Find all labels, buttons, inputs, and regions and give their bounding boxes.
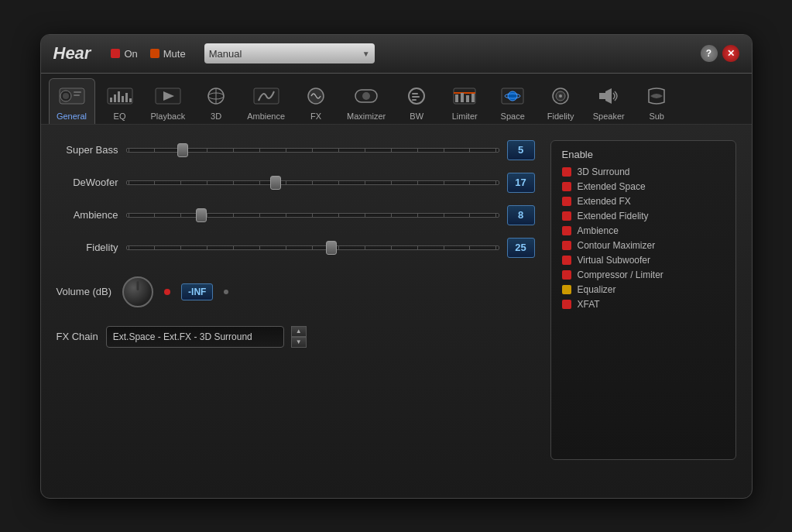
svg-rect-30 xyxy=(471,94,475,102)
super-bass-label: Super Bass xyxy=(57,144,118,156)
tab-fidelity-label: Fidelity xyxy=(547,112,574,121)
tick xyxy=(469,214,470,217)
volume-red-dot xyxy=(164,289,170,295)
tab-general-label: General xyxy=(57,112,87,121)
tick xyxy=(259,181,260,184)
tick xyxy=(444,214,444,217)
tick xyxy=(391,246,392,249)
enable-extended-space[interactable]: Extended Space xyxy=(562,181,725,192)
tick xyxy=(365,214,365,217)
super-bass-thumb[interactable] xyxy=(177,143,188,157)
tick xyxy=(495,246,496,249)
dewoofer-slider[interactable] xyxy=(126,175,499,190)
dewoofer-row: DeWoofer xyxy=(57,173,535,193)
tick xyxy=(180,246,181,249)
enable-ambience[interactable]: Ambience xyxy=(562,225,725,236)
tick xyxy=(444,149,444,152)
tick xyxy=(233,149,234,152)
fxchain-up-button[interactable]: ▲ xyxy=(291,326,307,337)
tab-limiter[interactable]: Limiter xyxy=(441,79,488,124)
tick xyxy=(259,246,260,249)
enable-equalizer[interactable]: Equalizer xyxy=(562,284,725,295)
content-area: Super Bass xyxy=(41,125,752,475)
app-title: Hear xyxy=(53,43,91,63)
svg-rect-10 xyxy=(125,93,128,102)
close-button[interactable]: ✕ xyxy=(722,45,739,62)
fidelity-value: 25 xyxy=(507,238,535,258)
tick xyxy=(469,246,470,249)
preset-dropdown[interactable]: Manual ▼ xyxy=(204,43,375,63)
ambience-thumb[interactable] xyxy=(196,208,207,222)
enable-label-extended-fidelity: Extended Fidelity xyxy=(578,211,649,221)
tab-fidelity[interactable]: Fidelity xyxy=(537,79,584,124)
tick xyxy=(286,214,286,217)
enable-virtual-subwoofer[interactable]: Virtual Subwoofer xyxy=(562,255,725,266)
fidelity-thumb[interactable] xyxy=(326,241,337,255)
tab-ambience[interactable]: Ambience xyxy=(241,79,291,124)
on-button[interactable]: On xyxy=(111,48,137,60)
svg-point-32 xyxy=(508,91,517,101)
enable-contour-maximizer[interactable]: Contour Maximizer xyxy=(562,240,725,251)
tick xyxy=(469,181,470,184)
enable-dot-equalizer xyxy=(562,285,571,294)
enable-compressor-limiter[interactable]: Compressor / Limiter xyxy=(562,269,725,280)
tick xyxy=(495,149,496,152)
volume-knob[interactable] xyxy=(122,276,153,307)
tick xyxy=(207,149,207,152)
tab-speaker[interactable]: Speaker xyxy=(585,79,632,124)
ambience-row: Ambience xyxy=(57,205,535,225)
tick xyxy=(365,246,365,249)
tick xyxy=(129,246,129,249)
tick xyxy=(180,181,181,184)
svg-point-36 xyxy=(559,94,562,98)
title-bar: Hear On Mute Manual ▼ ? ✕ xyxy=(41,35,752,74)
enable-extended-fx[interactable]: Extended FX xyxy=(562,196,725,207)
tab-sub[interactable]: Sub xyxy=(633,79,680,124)
tab-playback[interactable]: Playback xyxy=(145,79,192,124)
fxchain-row: FX Chain Ext.Space - Ext.FX - 3D Surroun… xyxy=(57,326,535,348)
tick xyxy=(154,149,155,152)
dewoofer-thumb[interactable] xyxy=(270,176,281,190)
tab-playback-label: Playback xyxy=(151,112,186,121)
svg-rect-27 xyxy=(455,94,458,102)
enable-label-ambience: Ambience xyxy=(578,225,619,236)
enable-label-equalizer: Equalizer xyxy=(578,284,616,295)
space-icon xyxy=(497,82,528,110)
super-bass-row: Super Bass xyxy=(57,140,535,160)
fxchain-input[interactable]: Ext.Space - Ext.FX - 3D Surround xyxy=(106,326,284,348)
dewoofer-track xyxy=(126,180,499,185)
3d-icon xyxy=(201,82,231,110)
svg-rect-24 xyxy=(412,99,417,101)
window-controls: ? ✕ xyxy=(701,45,739,62)
tab-eq[interactable]: EQ xyxy=(97,79,143,124)
tab-fx[interactable]: FX xyxy=(293,79,339,124)
enable-xfat[interactable]: XFAT xyxy=(562,299,725,310)
tab-maximizer[interactable]: Maximizer xyxy=(341,79,392,124)
enable-label-extended-fx: Extended FX xyxy=(578,196,631,207)
tick xyxy=(286,246,286,249)
fxchain-down-button[interactable]: ▼ xyxy=(291,337,307,348)
help-button[interactable]: ? xyxy=(701,45,718,62)
fidelity-row: Fidelity xyxy=(57,238,535,258)
on-label: On xyxy=(124,48,137,60)
tick xyxy=(444,246,444,249)
mute-button[interactable]: Mute xyxy=(150,48,186,60)
tab-bw[interactable]: BW xyxy=(393,79,440,124)
enable-3d-surround[interactable]: 3D Surround xyxy=(562,166,725,177)
tick xyxy=(338,181,339,184)
fidelity-slider[interactable] xyxy=(126,240,499,256)
super-bass-slider[interactable] xyxy=(126,142,499,158)
tick xyxy=(129,214,129,217)
enable-extended-fidelity[interactable]: Extended Fidelity xyxy=(562,211,725,221)
fx-icon xyxy=(300,82,331,110)
tick xyxy=(154,181,155,184)
tab-3d[interactable]: 3D xyxy=(193,79,239,124)
enable-panel: Enable 3D Surround Extended Space Extend… xyxy=(550,140,736,460)
tick xyxy=(365,181,365,184)
tab-general[interactable]: General xyxy=(49,78,95,124)
tick xyxy=(444,181,444,184)
mute-indicator xyxy=(150,49,159,58)
fidelity-icon xyxy=(545,82,576,110)
tab-space[interactable]: Space xyxy=(489,79,536,124)
ambience-slider[interactable] xyxy=(126,208,499,223)
